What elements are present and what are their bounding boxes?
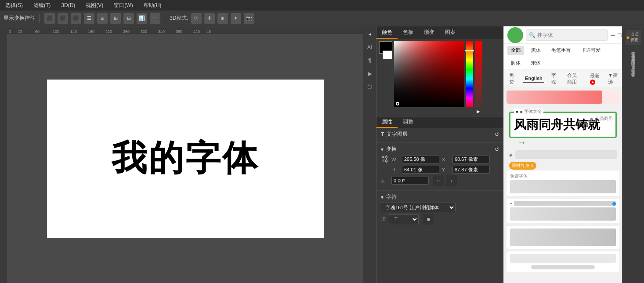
w-label: W bbox=[391, 157, 399, 162]
feature-arrow: ↑ bbox=[517, 141, 528, 145]
h-input[interactable] bbox=[402, 166, 439, 174]
filter-all[interactable]: 全部 bbox=[507, 46, 524, 55]
alpha-slider[interactable] bbox=[475, 41, 482, 107]
flip-v-button[interactable]: ↕ bbox=[446, 175, 457, 186]
toolbar-3d-zoom[interactable]: ⊕ bbox=[217, 13, 228, 24]
filter-black[interactable]: 黑体 bbox=[528, 46, 544, 55]
right-panel: 颜色 色板 渐变 图案 bbox=[376, 26, 503, 283]
nav-zihun[interactable]: 字魂 bbox=[550, 71, 560, 86]
aspect-lock-icon[interactable]: ⛓ bbox=[381, 155, 389, 164]
nav-free[interactable]: 免费 bbox=[507, 71, 518, 86]
w-input[interactable] bbox=[402, 156, 439, 163]
nav-filter[interactable]: ▼筛选 bbox=[608, 72, 619, 85]
font-topbar: 🔍 ─ □ ✕ bbox=[504, 26, 622, 44]
toolbar-distribute[interactable]: ⊞ bbox=[110, 13, 121, 24]
font-align-center[interactable]: ⊕ bbox=[423, 214, 434, 225]
nav-member[interactable]: 会员商用 bbox=[565, 71, 583, 86]
collapse-button[interactable]: ◂ bbox=[365, 29, 375, 39]
menu-help[interactable]: 帮助(H) bbox=[142, 1, 163, 10]
filter-brush[interactable]: 毛笔手写 bbox=[548, 46, 574, 55]
tab-color[interactable]: 颜色 bbox=[376, 27, 398, 39]
tab-adjustments[interactable]: 调整 bbox=[398, 116, 419, 128]
font-select[interactable]: 字魂161号-江户川招牌体 bbox=[381, 203, 456, 212]
ai-icon-btn[interactable]: AI bbox=[365, 42, 375, 52]
tab-swatches[interactable]: 色板 bbox=[398, 27, 419, 39]
transform-angle-row: △ ↔ ↕ bbox=[381, 175, 499, 186]
font-panel-icon-group: ◆ 会员商用 bbox=[626, 30, 641, 45]
3d-mode-label: 3D模式: bbox=[170, 15, 188, 22]
menu-bar: 选择(S) 滤镜(T) 3D(D) 视图(V) 窗口(W) 帮助(H) bbox=[0, 0, 644, 11]
ruler-horizontal: 0 20 60 100 140 180 220 260 300 340 380 … bbox=[0, 26, 363, 34]
tab-attributes[interactable]: 属性 bbox=[376, 116, 398, 128]
cube-icon-btn[interactable]: ⬡ bbox=[365, 82, 375, 91]
canvas-background[interactable]: 我的字体 bbox=[8, 34, 363, 283]
window-minimize-button[interactable]: ─ bbox=[611, 30, 615, 40]
character-title: ▾ 字符 bbox=[381, 193, 499, 201]
lifetime-label: 限时终身 bbox=[512, 163, 529, 169]
font-list-item-4[interactable] bbox=[507, 251, 619, 272]
toolbar-3d-move[interactable]: ✦ bbox=[231, 13, 241, 24]
menu-3d[interactable]: 3D(D) bbox=[59, 1, 77, 9]
font-banner-bar bbox=[507, 91, 602, 104]
tab-pattern[interactable]: 图案 bbox=[440, 27, 461, 39]
nav-english[interactable]: English bbox=[523, 75, 544, 83]
filter-song[interactable]: 宋体 bbox=[528, 58, 544, 68]
reset-icon[interactable]: ↺ bbox=[495, 131, 499, 138]
window-maximize-button[interactable]: □ bbox=[618, 30, 621, 40]
toolbar-columns[interactable]: ⊟ bbox=[123, 13, 134, 24]
toolbar-3d-pan[interactable]: ✛ bbox=[204, 13, 215, 24]
font-list-item-2[interactable]: ● bbox=[507, 199, 619, 223]
menu-select[interactable]: 选择(S) bbox=[4, 1, 25, 10]
play-icon-btn[interactable]: ▶ bbox=[365, 69, 375, 78]
font-search-input[interactable] bbox=[535, 29, 605, 41]
x-input[interactable] bbox=[452, 156, 490, 163]
canvas-document: 我的字体 bbox=[47, 80, 324, 238]
lifetime-close-icon[interactable]: ✕ bbox=[530, 163, 534, 168]
font-dot-icon: ● bbox=[510, 201, 512, 206]
font-list-item-3[interactable] bbox=[507, 226, 619, 249]
toolbar-3d-orbit[interactable]: ⟳ bbox=[191, 13, 202, 24]
member-label: 会员商用 bbox=[595, 116, 613, 122]
transform-h-row: H Y bbox=[381, 166, 499, 174]
member-commercial-icon[interactable]: ◆ 会员商用 bbox=[626, 32, 640, 43]
layer-type-section: T 文字图层 ↺ bbox=[376, 128, 503, 143]
show-transform-label: 显示变换控件 bbox=[4, 15, 35, 22]
angle-icon: △ bbox=[381, 178, 389, 184]
toolbar-align-middle[interactable]: ⬛ bbox=[58, 13, 68, 24]
lifetime-badge[interactable]: 限时终身 ✕ bbox=[509, 162, 536, 170]
filter-round[interactable]: 圆体 bbox=[507, 58, 524, 68]
member-label-area: ◆ 会员商用 bbox=[590, 116, 613, 122]
font-list-item-1[interactable]: 免费字体 bbox=[507, 171, 619, 196]
y-input[interactable] bbox=[452, 166, 490, 174]
font-size-select[interactable]: -T bbox=[388, 214, 419, 224]
background-color[interactable] bbox=[383, 51, 392, 59]
angle-input[interactable] bbox=[391, 177, 429, 185]
color-gradient-picker[interactable] bbox=[394, 41, 464, 107]
lifetime-row: 限时终身 ✕ bbox=[507, 161, 619, 171]
menu-window[interactable]: 窗口(W) bbox=[112, 1, 134, 10]
transform-collapse[interactable]: ▾ bbox=[381, 146, 384, 152]
toolbar-chart[interactable]: 📊 bbox=[137, 13, 147, 24]
user-avatar[interactable] bbox=[507, 27, 523, 43]
hue-slider[interactable] bbox=[466, 41, 473, 107]
transform-reset-icon[interactable]: ↺ bbox=[495, 146, 499, 152]
font-item-dot-2 bbox=[612, 202, 616, 206]
nav-new[interactable]: 最新● bbox=[588, 72, 603, 86]
font-featured[interactable]: ■ 字体大全 ◆ 会员商用 风雨同舟共铸就 bbox=[509, 112, 617, 138]
color-picker-arrow[interactable]: ▶ bbox=[475, 109, 482, 113]
toolbar-align-center[interactable]: ≡ bbox=[97, 13, 108, 24]
toolbar-align-top[interactable]: ⬛ bbox=[44, 13, 55, 24]
toolbar-3d-camera[interactable]: 📷 bbox=[244, 13, 254, 24]
toolbar-align-bottom[interactable]: ⬛ bbox=[71, 13, 81, 24]
menu-view[interactable]: 视图(V) bbox=[84, 1, 105, 10]
flip-h-button[interactable]: ↔ bbox=[433, 175, 444, 186]
character-collapse[interactable]: ▾ bbox=[381, 194, 384, 200]
toolbar-more[interactable]: ⋯ bbox=[150, 13, 160, 24]
menu-filter[interactable]: 滤镜(T) bbox=[32, 1, 52, 10]
paragraph-icon-btn[interactable]: ¶ bbox=[365, 55, 375, 65]
toolbar-align-left[interactable]: ☰ bbox=[84, 13, 94, 24]
filter-cartoon[interactable]: 卡通可爱 bbox=[578, 46, 604, 55]
tab-gradient[interactable]: 渐变 bbox=[419, 27, 440, 39]
font-nav-row: 免费 English 字魂 会员商用 最新● ▼筛选 bbox=[504, 70, 622, 88]
font-sidebar: 🔍 ─ □ ✕ 全部 黑体 毛笔手写 卡通可爱 圆体 宋体 免费 English bbox=[503, 26, 622, 283]
